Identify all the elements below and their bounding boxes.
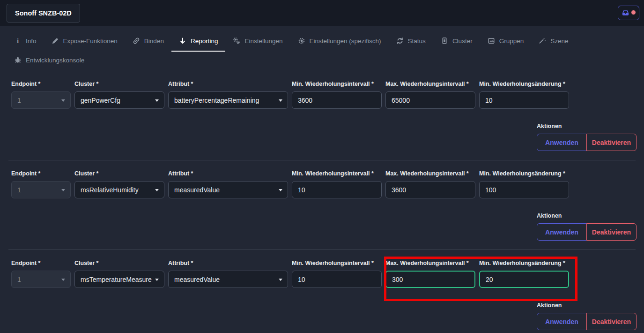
tab-gruppen[interactable]: Gruppen — [480, 32, 532, 52]
chevron-down-icon — [279, 99, 282, 102]
tab-label: Expose-Funktionen — [63, 38, 118, 45]
image-icon — [488, 37, 495, 45]
refresh-icon — [396, 37, 404, 45]
cluster-label: Cluster * — [74, 81, 164, 87]
endpoint-value: 1 — [17, 276, 21, 283]
cluster-select[interactable]: msTemperatureMeasurement — [74, 271, 164, 288]
reporting-row-section: Endpoint * 1 Cluster * genPowerCfg Attri… — [0, 71, 644, 151]
chevron-down-icon — [61, 99, 65, 102]
tab-info[interactable]: i Info — [7, 32, 44, 52]
apply-button[interactable]: Anwenden — [537, 134, 587, 151]
min-interval-input[interactable]: 10 — [292, 271, 382, 288]
min-change-value: 100 — [485, 186, 496, 194]
tab-label: Szene — [550, 38, 568, 45]
attribute-select[interactable]: measuredValue — [168, 181, 288, 198]
tab-label: Cluster — [452, 38, 473, 45]
chevron-down-icon — [61, 279, 65, 281]
notification-dot-icon — [631, 10, 636, 15]
min-interval-label: Min. Wiederholungsintervall * — [292, 170, 382, 177]
attribute-select[interactable]: batteryPercentageRemaining — [168, 91, 288, 109]
tab-einstellungen[interactable]: Einstellungen — [225, 32, 290, 52]
link-icon — [133, 37, 140, 45]
tab-cluster[interactable]: Cluster — [433, 32, 480, 52]
chevron-down-icon — [279, 189, 282, 191]
pencil-icon — [52, 37, 59, 45]
cluster-label: Cluster * — [74, 260, 164, 266]
endpoint-value: 1 — [17, 186, 21, 194]
chevron-down-icon — [155, 189, 159, 191]
max-interval-input[interactable]: 300 — [385, 271, 475, 288]
endpoint-select[interactable]: 1 — [11, 271, 71, 288]
bug-icon — [14, 56, 22, 64]
chevron-down-icon — [279, 279, 282, 281]
cluster-label: Cluster * — [74, 170, 164, 177]
header-bar: Sonoff SNZB-02D — [0, 0, 644, 26]
tab-label: Einstellungen — [244, 38, 282, 45]
min-change-input[interactable]: 100 — [479, 181, 569, 198]
endpoint-value: 1 — [17, 97, 21, 104]
min-change-input[interactable]: 20 — [479, 271, 569, 288]
tab-szene[interactable]: Szene — [531, 32, 576, 52]
device-title: Sonoff SNZB-02D — [7, 4, 80, 23]
cluster-select[interactable]: genPowerCfg — [74, 91, 164, 109]
tab-expose[interactable]: Expose-Funktionen — [44, 32, 125, 52]
min-interval-label: Min. Wiederholungsintervall * — [292, 81, 382, 87]
max-interval-label: Max. Wiederholungsintervall * — [385, 81, 475, 87]
device-tabs: i Info Expose-Funktionen Binden Reportin… — [0, 26, 644, 71]
max-interval-input[interactable]: 3600 — [385, 181, 475, 198]
min-interval-input[interactable]: 10 — [292, 181, 382, 198]
min-interval-input[interactable]: 3600 — [292, 91, 382, 109]
info-icon: i — [14, 37, 22, 45]
endpoint-select[interactable]: 1 — [11, 91, 71, 109]
endpoint-label: Endpoint * — [11, 170, 71, 177]
cluster-value: genPowerCfg — [81, 97, 120, 104]
actions-label: Aktionen — [537, 212, 637, 219]
tab-label: Status — [408, 38, 426, 45]
attribute-value: measuredValue — [174, 276, 220, 283]
inbox-icon — [622, 9, 629, 16]
reporting-row-section: Endpoint * 1 Cluster * msTemperatureMeas… — [0, 250, 644, 330]
cluster-select[interactable]: msRelativeHumidity — [74, 181, 164, 198]
min-change-input[interactable]: 10 — [479, 91, 569, 109]
min-change-value: 10 — [485, 97, 493, 104]
apply-button[interactable]: Anwenden — [537, 313, 587, 330]
max-interval-label: Max. Wiederholungsintervall * — [385, 170, 475, 177]
attribute-select[interactable]: measuredValue — [168, 271, 288, 288]
tab-reporting[interactable]: Reporting — [171, 32, 226, 52]
tab-status[interactable]: Status — [389, 32, 433, 52]
tab-einstellungen-spezifisch[interactable]: Einstellungen (spezifisch) — [290, 32, 389, 52]
list-icon — [441, 37, 448, 45]
attribute-label: Attribut * — [168, 170, 288, 177]
chevron-down-icon — [155, 279, 159, 281]
wand-icon — [539, 37, 546, 45]
deactivate-button[interactable]: Deaktivieren — [586, 313, 637, 330]
tab-label: Binden — [144, 38, 164, 45]
deactivate-button[interactable]: Deaktivieren — [586, 223, 637, 241]
min-interval-value: 3600 — [298, 97, 312, 104]
min-interval-value: 10 — [298, 276, 305, 283]
device-status-button[interactable] — [618, 6, 639, 20]
max-interval-value: 300 — [392, 276, 403, 283]
tab-entwicklungskonsole[interactable]: Entwicklungskonsole — [7, 52, 92, 71]
max-interval-label: Max. Wiederholungsintervall * — [385, 260, 475, 266]
max-interval-value: 65000 — [392, 97, 410, 104]
tab-label: Info — [26, 38, 37, 45]
tab-label: Einstellungen (spezifisch) — [310, 38, 381, 45]
gear-icon — [298, 37, 305, 45]
cluster-value: msRelativeHumidity — [81, 186, 139, 194]
attribute-label: Attribut * — [168, 81, 288, 87]
attribute-value: batteryPercentageRemaining — [174, 97, 259, 104]
max-interval-input[interactable]: 65000 — [385, 91, 475, 109]
min-change-label: Min. Wiederholungsänderung * — [479, 81, 569, 87]
apply-button[interactable]: Anwenden — [537, 223, 587, 241]
arrow-down-icon — [179, 37, 186, 45]
attribute-value: measuredValue — [174, 186, 220, 194]
tab-binden[interactable]: Binden — [125, 32, 171, 52]
tab-label: Gruppen — [499, 38, 524, 45]
max-interval-value: 3600 — [392, 186, 406, 194]
deactivate-button[interactable]: Deaktivieren — [586, 134, 637, 151]
endpoint-select[interactable]: 1 — [11, 181, 71, 198]
min-interval-value: 10 — [298, 186, 305, 194]
endpoint-label: Endpoint * — [11, 81, 71, 87]
endpoint-label: Endpoint * — [11, 260, 71, 266]
